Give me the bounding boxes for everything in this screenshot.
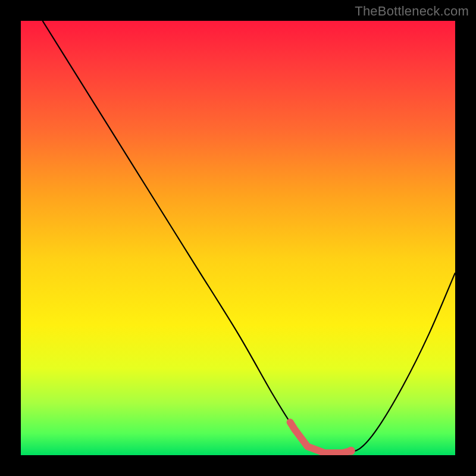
- chart-frame: TheBottleneck.com: [0, 0, 476, 476]
- plot-area: [21, 21, 455, 455]
- curve-highlight-dot: [347, 447, 355, 455]
- curve-highlight-segment: [290, 422, 351, 453]
- curve-svg: [21, 21, 455, 455]
- watermark-text: TheBottleneck.com: [355, 4, 469, 19]
- bottleneck-curve: [43, 21, 456, 454]
